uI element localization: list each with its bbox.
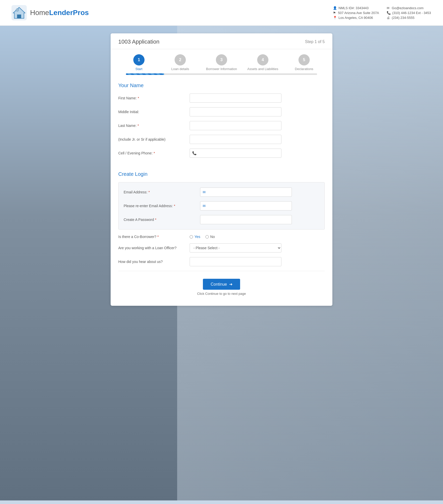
email-icon: ✉	[387, 6, 390, 10]
step-5-label: Declarations	[295, 67, 313, 71]
steps-row: 1 Start 2 Loan details 3 Borrower Inform…	[118, 54, 325, 71]
email-confirm-icon: ✉	[203, 204, 206, 208]
first-name-label: First Name: *	[118, 96, 190, 100]
co-borrower-yes-option[interactable]: Yes	[190, 235, 200, 239]
first-name-required: *	[138, 96, 139, 100]
phone-required: *	[154, 151, 155, 155]
step-4-label: Assets and Liabilities	[247, 67, 278, 71]
progress-bar-fill	[126, 73, 164, 75]
step-4-circle: 4	[257, 54, 268, 65]
email-item: ✉ Go@ezloandocs.com	[387, 6, 433, 10]
how-heard-input[interactable]	[190, 257, 281, 266]
co-borrower-no-option[interactable]: No	[205, 235, 215, 239]
logo-icon	[10, 4, 28, 22]
step-5-circle: 5	[298, 54, 310, 65]
suffix-label: (Include Jr. or Sr if applicable)	[118, 137, 190, 141]
progress-bar-container	[126, 73, 317, 75]
continue-area: Continue ➜ Click Continue to go to next …	[111, 274, 332, 298]
your-name-section: Your Name First Name: * Middle Initial: …	[111, 76, 332, 165]
steps-container: 1 Start 2 Loan details 3 Borrower Inform…	[111, 49, 332, 75]
password-row: Create A Password *	[124, 215, 319, 224]
last-name-input[interactable]	[190, 121, 281, 130]
password-required: *	[155, 218, 156, 222]
step-3-label: Borrower Information	[206, 67, 237, 71]
last-name-label: Last Name: *	[118, 124, 190, 128]
how-heard-label: How did you hear about us?	[118, 260, 190, 264]
divider	[118, 271, 325, 271]
co-borrower-yes-radio[interactable]	[190, 235, 193, 238]
contact-info: 👤 NMLS ID#: 3343443 ✉ Go@ezloandocs.com …	[333, 6, 433, 20]
loan-officer-label: Are you working with a Loan Officer?	[118, 246, 190, 250]
main-background: 1003 Application Step 1 of 5 1 Start 2 L…	[0, 26, 443, 500]
first-name-row: First Name: *	[118, 94, 325, 103]
last-name-row: Last Name: *	[118, 121, 325, 130]
phone-input[interactable]	[190, 149, 281, 158]
loan-officer-select[interactable]: - Please Select -	[190, 243, 281, 253]
bottom-section: Is there a Co-Borrower? * Yes No Are you…	[111, 235, 332, 266]
phone-label: Cell / Evening Phone: *	[118, 151, 190, 155]
logo: HomeLenderPros	[10, 4, 89, 22]
how-heard-row: How did you hear about us?	[118, 257, 325, 266]
phone-input-wrapper: 📞	[190, 149, 281, 158]
fax-item: 🖨 (234) 234-5555	[387, 16, 433, 20]
your-name-title: Your Name	[118, 83, 325, 88]
step-1-circle: 1	[133, 54, 145, 65]
co-borrower-no-label: No	[210, 235, 215, 239]
email-confirm-required: *	[174, 204, 175, 208]
middle-initial-input[interactable]	[190, 107, 281, 116]
logo-text: HomeLenderPros	[30, 9, 89, 17]
continue-hint: Click Continue to go to next page	[118, 292, 325, 296]
step-3-circle: 3	[216, 54, 227, 65]
step-5[interactable]: 5 Declarations	[283, 54, 325, 71]
step-1-label: Start	[135, 67, 142, 71]
create-login-section: Create Login	[111, 165, 332, 177]
email-confirm-label: Please re-enter Email Address: *	[124, 204, 200, 208]
city-item: 📍 Los Angeles, CA 90406	[333, 16, 379, 20]
card-title: 1003 Application	[118, 38, 159, 45]
co-borrower-row: Is there a Co-Borrower? * Yes No	[118, 235, 325, 239]
location-icon: 📍	[333, 16, 337, 20]
email-label: Email Address: *	[124, 190, 200, 194]
email-confirm-input-wrapper: ✉	[200, 201, 292, 210]
phone-icon: 📞	[387, 11, 391, 15]
login-box: Email Address: * ✉ Please re-enter Email…	[118, 182, 325, 230]
svg-rect-3	[17, 15, 21, 18]
co-borrower-yes-label: Yes	[194, 235, 200, 239]
loan-officer-row: Are you working with a Loan Officer? - P…	[118, 243, 325, 253]
co-borrower-required: *	[157, 235, 159, 239]
email-input-wrapper: ✉	[200, 188, 292, 197]
flag-icon: ⚑	[333, 11, 336, 15]
phone-input-icon: 📞	[192, 151, 197, 155]
address-item: ⚑ 507 Arizona Ave Suite 207A	[333, 11, 379, 15]
suffix-input[interactable]	[190, 135, 281, 144]
card-header: 1003 Application Step 1 of 5	[111, 33, 332, 49]
step-2-circle: 2	[175, 54, 186, 65]
first-name-input[interactable]	[190, 94, 281, 103]
password-input[interactable]	[200, 215, 292, 224]
middle-initial-row: Middle Initial:	[118, 107, 325, 116]
email-confirm-row: Please re-enter Email Address: * ✉	[124, 201, 319, 210]
email-input-icon: ✉	[203, 190, 206, 194]
nmls-item: 👤 NMLS ID#: 3343443	[333, 6, 379, 10]
person-icon: 👤	[333, 6, 337, 10]
phone-item: 📞 (310) 446-1234 Ext - 3453	[387, 11, 433, 15]
suffix-row: (Include Jr. or Sr if applicable)	[118, 135, 325, 144]
email-required: *	[148, 190, 150, 194]
form-card: 1003 Application Step 1 of 5 1 Start 2 L…	[111, 33, 332, 306]
email-row: Email Address: * ✉	[124, 188, 319, 197]
fax-icon: 🖨	[387, 16, 390, 20]
continue-button[interactable]: Continue ➜	[203, 279, 240, 290]
co-borrower-radio-group: Yes No	[190, 235, 215, 239]
last-name-required: *	[137, 124, 139, 128]
step-1[interactable]: 1 Start	[118, 54, 160, 71]
page-header: HomeLenderPros 👤 NMLS ID#: 3343443 ✉ Go@…	[0, 0, 443, 26]
step-4[interactable]: 4 Assets and Liabilities	[242, 54, 283, 71]
step-2[interactable]: 2 Loan details	[160, 54, 201, 71]
email-input[interactable]	[200, 188, 292, 197]
email-confirm-input[interactable]	[200, 201, 292, 210]
co-borrower-label: Is there a Co-Borrower? *	[118, 235, 190, 239]
middle-initial-label: Middle Initial:	[118, 110, 190, 114]
step-3[interactable]: 3 Borrower Information	[201, 54, 242, 71]
co-borrower-no-radio[interactable]	[205, 235, 209, 238]
create-login-title: Create Login	[118, 171, 325, 177]
